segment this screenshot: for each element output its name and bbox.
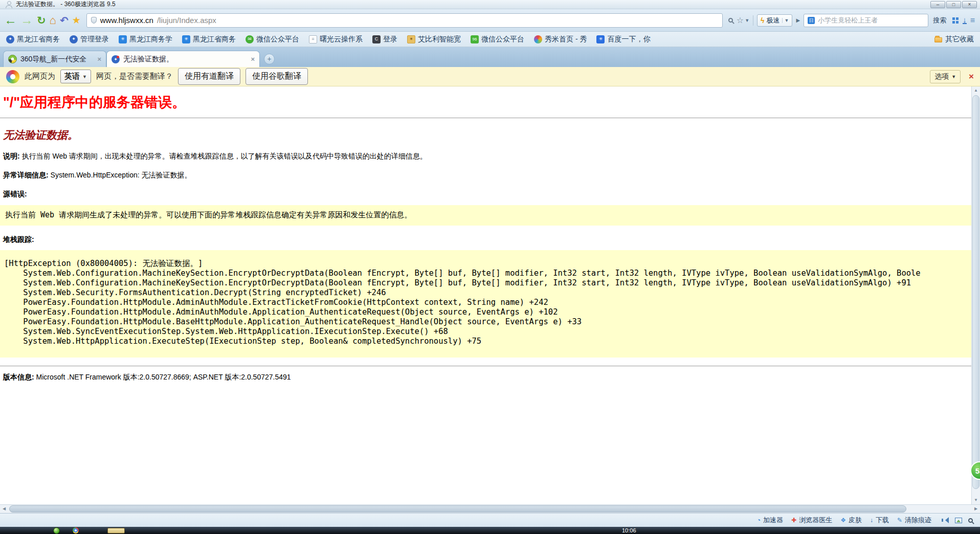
- source-error-text: 执行当前 Web 请求期间生成了未处理的异常。可以使用下面的异常堆栈跟踪信息确定…: [5, 210, 412, 219]
- other-bookmarks-button[interactable]: 其它收藏: [934, 35, 974, 44]
- vertical-scrollbar[interactable]: ▲ ▼: [971, 86, 980, 504]
- other-bookmarks-label: 其它收藏: [945, 35, 974, 44]
- close-translate-bar-icon[interactable]: ×: [969, 72, 974, 82]
- expand-button[interactable]: ▶: [796, 17, 800, 23]
- scroll-right-icon[interactable]: ▶: [972, 505, 980, 513]
- address-bar[interactable]: www.hljswxx.cn/liujun/Index.aspx: [86, 13, 723, 28]
- source-error-label: 源错误:: [3, 190, 27, 198]
- bookmark-item[interactable]: 秀米首页 - 秀: [534, 35, 587, 44]
- statusbar-item-label: 加速器: [763, 516, 783, 525]
- exception-details: 异常详细信息: System.Web.HttpException: 无法验证数据…: [3, 171, 980, 180]
- window-controls: [930, 1, 978, 8]
- clean-traces-icon: ✎: [897, 517, 902, 523]
- statusbar-item[interactable]: ✚浏览器医生: [791, 516, 832, 525]
- scroll-down-icon[interactable]: ▼: [972, 496, 980, 504]
- horizontal-scrollbar[interactable]: ◀ ▶: [0, 504, 980, 513]
- bookmark-item[interactable]: ✦管理登录: [70, 35, 109, 44]
- menu-icon[interactable]: ≡: [970, 16, 975, 25]
- site-badge-icon: ✦: [70, 35, 78, 43]
- statusbar-item-label: 清除痕迹: [905, 516, 931, 525]
- bookmark-label: 曙光云操作系: [320, 35, 363, 44]
- home-icon[interactable]: ⌂: [50, 15, 56, 26]
- user-avatar-icon[interactable]: [5, 1, 12, 8]
- bookmark-label: 黑龙江商务学: [129, 35, 172, 44]
- refresh-icon[interactable]: ↻: [37, 15, 46, 26]
- search-box[interactable]: 日 小学生竟轻松上王者: [804, 14, 928, 27]
- error-description: 说明: 执行当前 Web 请求期间，出现未处理的异常。请检查堆栈跟踪信息，以了解…: [3, 152, 980, 161]
- close-tab-icon[interactable]: ×: [97, 55, 101, 63]
- favorite-icon[interactable]: ★: [72, 15, 81, 25]
- tab-error-page[interactable]: ✦ 无法验证数据。 ×: [106, 51, 260, 67]
- browser-taskbar-icon[interactable]: [73, 527, 79, 533]
- statusbar-item[interactable]: ◔加速器: [757, 516, 783, 525]
- close-tab-icon[interactable]: ×: [251, 55, 255, 63]
- vertical-scroll-thumb[interactable]: [972, 95, 979, 489]
- statusbar-item[interactable]: ↓下载: [870, 516, 889, 525]
- minimize-button[interactable]: [930, 1, 945, 8]
- error-message-heading: 无法验证数据。: [3, 128, 980, 142]
- google-translate-button[interactable]: 使用谷歌翻译: [246, 68, 308, 85]
- chevron-down-icon[interactable]: ▼: [782, 18, 789, 23]
- chevron-down-icon: ▼: [82, 74, 87, 79]
- version-label: 版本信息:: [3, 373, 34, 381]
- back-icon[interactable]: ←: [4, 14, 17, 27]
- navigation-toolbar: ← → ↻ ⌂ ↶ ★ www.hljswxx.cn/liujun/Index.…: [0, 9, 980, 32]
- scroll-left-icon[interactable]: ◀: [0, 505, 8, 513]
- statusbar-item[interactable]: ✎清除痕迹: [897, 516, 931, 525]
- bookmark-item[interactable]: ✶艾比利智能宽: [407, 35, 461, 44]
- translate-options-button[interactable]: 选项 ▼: [930, 70, 961, 83]
- statusbar-item[interactable]: ❖皮肤: [840, 516, 862, 525]
- bookmark-item[interactable]: ✦黑龙江省商务: [6, 35, 60, 44]
- youdao-translate-button[interactable]: 使用有道翻译: [178, 68, 240, 85]
- close-button[interactable]: [962, 1, 977, 8]
- tab-360-navigation[interactable]: 360导航_新一代安全 ×: [3, 51, 106, 67]
- apps-grid-icon[interactable]: [952, 17, 955, 20]
- tab-label: 无法验证数据。: [123, 55, 247, 64]
- status-items: ◔加速器✚浏览器医生❖皮肤↓下载✎清除痕迹: [757, 516, 931, 525]
- divider: [753, 15, 753, 26]
- forward-icon[interactable]: →: [20, 14, 33, 27]
- source-error-box: 执行当前 Web 请求期间生成了未处理的异常。可以使用下面的异常堆栈跟踪信息确定…: [0, 205, 980, 226]
- speaker-icon[interactable]: [942, 517, 949, 523]
- version-info: 版本信息: Microsoft .NET Framework 版本:2.0.50…: [3, 373, 980, 382]
- 360-logo-icon: [8, 55, 17, 63]
- page-zoom-icon[interactable]: [728, 18, 733, 23]
- start-orb-icon[interactable]: [53, 527, 60, 534]
- description-text: 执行当前 Web 请求期间，出现未处理的异常。请检查堆栈跟踪信息，以了解有关该错…: [20, 152, 427, 160]
- collect-favorite-button[interactable]: ☆▼: [737, 15, 749, 25]
- taskbar-clock: 10:06: [622, 527, 636, 533]
- horizontal-scroll-thumb[interactable]: [9, 505, 906, 513]
- bookmark-label: 艾比利智能宽: [418, 35, 461, 44]
- scroll-up-icon[interactable]: ▲: [972, 86, 980, 95]
- bookmark-label: 黑龙江省商务: [193, 35, 236, 44]
- maximize-button[interactable]: [946, 1, 961, 8]
- paw-icon: ✳: [182, 35, 190, 43]
- downloads-icon[interactable]: ↓: [963, 16, 967, 24]
- chevron-down-icon: ▼: [951, 74, 956, 79]
- exception-label: 异常详细信息:: [3, 171, 49, 179]
- undo-icon[interactable]: ↶: [60, 15, 69, 26]
- bookmark-item[interactable]: ✳百度一下，你: [596, 35, 650, 44]
- speed-mode-selector[interactable]: ϟ 极速 ▼: [757, 14, 792, 27]
- picture-icon[interactable]: [955, 518, 962, 523]
- bookmark-item[interactable]: C登录: [372, 35, 397, 44]
- app-taskbar-icon[interactable]: [107, 528, 125, 533]
- stack-trace-label: 堆栈跟踪:: [3, 235, 34, 243]
- bookmark-item[interactable]: ≡曙光云操作系: [309, 35, 363, 44]
- bookmark-item[interactable]: ✉微信公众平台: [246, 35, 299, 44]
- wechat96-icon: 96: [471, 35, 479, 43]
- search-button[interactable]: 搜索: [932, 16, 947, 25]
- zoom-icon[interactable]: [968, 518, 973, 523]
- url-path: /liujun/Index.aspx: [157, 16, 216, 25]
- new-tab-button[interactable]: +: [264, 54, 275, 64]
- version-text: Microsoft .NET Framework 版本:2.0.50727.86…: [34, 373, 291, 381]
- bookmark-item[interactable]: ✳黑龙江省商务: [182, 35, 236, 44]
- language-dropdown[interactable]: 英语 ▼: [60, 70, 91, 83]
- bookmark-item[interactable]: ✳黑龙江商务学: [119, 35, 172, 44]
- exception-text: System.Web.HttpException: 无法验证数据。: [49, 171, 192, 179]
- stack-trace-label-row: 堆栈跟踪:: [3, 235, 980, 244]
- translate-suffix: 网页，是否需要翻译？: [96, 72, 173, 81]
- bookmark-item[interactable]: 96微信公众平台: [471, 35, 524, 44]
- paw-icon: ✳: [596, 35, 605, 43]
- bookmarks-bar: ✦黑龙江省商务✦管理登录✳黑龙江商务学✳黑龙江省商务✉微信公众平台≡曙光云操作系…: [0, 32, 980, 47]
